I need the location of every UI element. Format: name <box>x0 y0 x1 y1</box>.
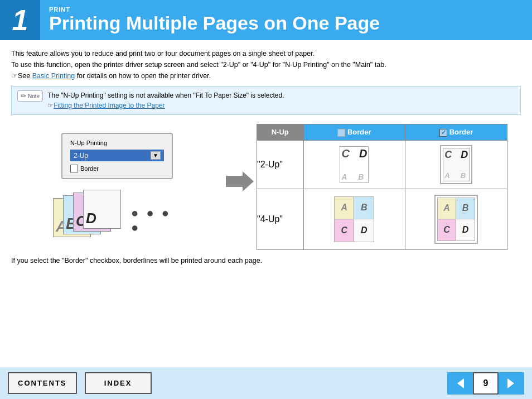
dialog-selected-value: 2-Up <box>74 152 88 160</box>
row-4up-label: "4-Up" <box>257 189 304 249</box>
cell-a: A <box>335 197 354 219</box>
fourUp-border-grid: A B C D <box>437 198 475 241</box>
dialog-title: N-Up Printing <box>70 140 164 146</box>
svg-marker-1 <box>457 378 464 388</box>
col-border-header: ✓ Border <box>405 124 507 141</box>
intro-line1: This feature allows you to reduce and pr… <box>11 50 315 57</box>
col-nup-header: N-Up <box>257 124 304 141</box>
dots: ● ● ● ● <box>131 206 181 235</box>
bottom-text: If you select the "Border" checkbox, bor… <box>11 257 521 265</box>
cell-c: C <box>335 219 354 242</box>
page-number: 9 <box>473 372 499 395</box>
page1-letter-c: C <box>341 147 349 160</box>
dropdown-arrow-icon[interactable]: ▼ <box>151 151 161 160</box>
back-arrow-icon <box>454 377 466 390</box>
note-box: ✏ Note The "N-Up Printing" setting is no… <box>11 86 521 115</box>
note-badge-label: Note <box>28 93 40 99</box>
page-header: 1 PRINT Printing Multiple Pages on One P… <box>0 0 532 40</box>
footer: CONTENTS INDEX 9 <box>0 367 532 399</box>
twoUp-no-border-visual: A B C D <box>308 146 401 183</box>
intro-line3: See <box>18 72 32 80</box>
chapter-number: 1 <box>12 3 28 37</box>
bcell-b: B <box>456 198 475 219</box>
bcell-a: A <box>438 198 456 219</box>
intro-paragraph: This feature allows you to reduce and pr… <box>11 48 521 81</box>
intro-line2: To use this function, open the printer d… <box>11 61 386 69</box>
forward-arrow-icon <box>505 377 518 390</box>
cell-d: D <box>354 219 374 242</box>
left-diagram: N-Up Printing 2-Up ▼ Border A B <box>11 133 223 241</box>
col-border-label: Border <box>449 128 473 136</box>
page1-letter-b: B <box>358 172 364 181</box>
fourUp-no-border-grid: A B C D <box>334 196 374 242</box>
note-pencil-icon: ✏ <box>21 92 26 100</box>
col-no-border-label: Border <box>347 128 371 136</box>
cell-b: B <box>354 197 374 219</box>
header-text-area: PRINT Printing Multiple Pages on One Pag… <box>40 0 380 40</box>
twoUp-page1-no-border: A B C D <box>340 146 369 183</box>
row-4up: "4-Up" A B C D <box>257 189 507 249</box>
twoUp-border-box: A B C D <box>440 145 472 184</box>
chapter-number-box: 1 <box>0 0 40 40</box>
right-arrow-icon <box>226 171 254 191</box>
diagram-area: N-Up Printing 2-Up ▼ Border A B <box>11 124 521 250</box>
row-2up-no-border: A B C D <box>303 140 405 189</box>
svg-marker-0 <box>226 171 254 191</box>
svg-marker-2 <box>507 378 514 388</box>
note-link[interactable]: Fitting the Printed Image to the Paper <box>54 102 165 109</box>
twoUp-border-visual: A B C D <box>410 145 502 184</box>
dialog-select[interactable]: 2-Up ▼ <box>70 150 164 161</box>
row-4up-border: A B C D <box>405 189 507 249</box>
page-title: Printing Multiple Pages on One Page <box>49 13 380 33</box>
bcell-d: D <box>456 219 475 241</box>
note-content: The "N-Up Printing" setting is not avail… <box>47 90 284 110</box>
border-checkbox-row: Border <box>70 165 164 172</box>
border-label: Border <box>80 165 99 172</box>
border-checkbox[interactable] <box>70 165 78 172</box>
row-4up-no-border: A B C D <box>303 189 405 249</box>
page-d: D <box>83 190 121 229</box>
twoUp-b-page1: A B C D <box>443 148 470 181</box>
stacked-pages-area: A B C D ● ● ● ● <box>53 190 181 241</box>
main-content: This feature allows you to reduce and pr… <box>0 40 532 270</box>
nup-table-container: N-Up Border ✓ Border "2-Up" <box>257 124 507 250</box>
intro-line3b: for details on how to open the printer d… <box>75 72 211 80</box>
row-2up-label: "2-Up" <box>257 140 304 189</box>
col-no-border-header: Border <box>303 124 405 141</box>
letter-d: D <box>86 210 96 227</box>
stacked-pages: A B C D <box>53 193 120 237</box>
fourUp-border-box: A B C D <box>434 195 478 244</box>
page1-letter-a: A <box>341 172 347 181</box>
forward-button[interactable] <box>499 372 524 395</box>
footer-nav: 9 <box>447 372 524 395</box>
index-button[interactable]: INDEX <box>85 372 152 394</box>
note-badge: ✏ Note <box>17 90 43 102</box>
basic-printing-link[interactable]: Basic Printing <box>32 72 75 80</box>
bcell-c: C <box>438 219 456 241</box>
page1-letter-d: D <box>359 147 367 160</box>
row-2up: "2-Up" A B C D <box>257 140 507 189</box>
note-text: The "N-Up Printing" setting is not avail… <box>47 92 284 99</box>
row-2up-border: A B C D <box>405 140 507 189</box>
arrow <box>223 171 257 191</box>
back-button[interactable] <box>447 372 473 395</box>
nup-comparison-table: N-Up Border ✓ Border "2-Up" <box>257 124 507 250</box>
nup-dialog: N-Up Printing 2-Up ▼ Border <box>61 133 173 179</box>
contents-button[interactable]: CONTENTS <box>8 372 77 394</box>
